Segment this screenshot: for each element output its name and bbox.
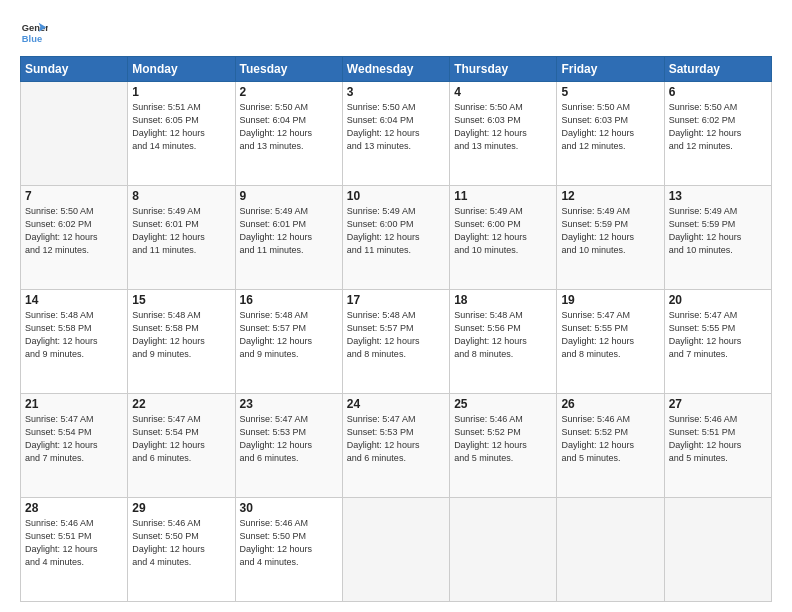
calendar-cell: 28Sunrise: 5:46 AM Sunset: 5:51 PM Dayli… <box>21 498 128 602</box>
cell-info: Sunrise: 5:47 AM Sunset: 5:55 PM Dayligh… <box>669 309 767 361</box>
calendar-cell: 18Sunrise: 5:48 AM Sunset: 5:56 PM Dayli… <box>450 290 557 394</box>
logo-icon: GeneralBlue <box>20 18 48 46</box>
day-number: 25 <box>454 397 552 411</box>
cell-info: Sunrise: 5:49 AM Sunset: 5:59 PM Dayligh… <box>561 205 659 257</box>
calendar-week-5: 28Sunrise: 5:46 AM Sunset: 5:51 PM Dayli… <box>21 498 772 602</box>
cell-info: Sunrise: 5:47 AM Sunset: 5:54 PM Dayligh… <box>132 413 230 465</box>
cell-info: Sunrise: 5:47 AM Sunset: 5:53 PM Dayligh… <box>347 413 445 465</box>
calendar-cell <box>21 82 128 186</box>
day-number: 19 <box>561 293 659 307</box>
cell-info: Sunrise: 5:49 AM Sunset: 6:00 PM Dayligh… <box>454 205 552 257</box>
day-number: 27 <box>669 397 767 411</box>
calendar-week-4: 21Sunrise: 5:47 AM Sunset: 5:54 PM Dayli… <box>21 394 772 498</box>
weekday-header-wednesday: Wednesday <box>342 57 449 82</box>
day-number: 17 <box>347 293 445 307</box>
cell-info: Sunrise: 5:49 AM Sunset: 5:59 PM Dayligh… <box>669 205 767 257</box>
day-number: 9 <box>240 189 338 203</box>
cell-info: Sunrise: 5:46 AM Sunset: 5:51 PM Dayligh… <box>669 413 767 465</box>
svg-text:Blue: Blue <box>22 34 42 44</box>
cell-info: Sunrise: 5:47 AM Sunset: 5:55 PM Dayligh… <box>561 309 659 361</box>
calendar-cell: 12Sunrise: 5:49 AM Sunset: 5:59 PM Dayli… <box>557 186 664 290</box>
day-number: 26 <box>561 397 659 411</box>
cell-info: Sunrise: 5:46 AM Sunset: 5:52 PM Dayligh… <box>561 413 659 465</box>
calendar-cell: 3Sunrise: 5:50 AM Sunset: 6:04 PM Daylig… <box>342 82 449 186</box>
day-number: 24 <box>347 397 445 411</box>
cell-info: Sunrise: 5:50 AM Sunset: 6:04 PM Dayligh… <box>240 101 338 153</box>
calendar-cell: 11Sunrise: 5:49 AM Sunset: 6:00 PM Dayli… <box>450 186 557 290</box>
cell-info: Sunrise: 5:50 AM Sunset: 6:02 PM Dayligh… <box>25 205 123 257</box>
cell-info: Sunrise: 5:49 AM Sunset: 6:01 PM Dayligh… <box>132 205 230 257</box>
calendar-cell: 5Sunrise: 5:50 AM Sunset: 6:03 PM Daylig… <box>557 82 664 186</box>
calendar-cell: 4Sunrise: 5:50 AM Sunset: 6:03 PM Daylig… <box>450 82 557 186</box>
calendar-cell: 27Sunrise: 5:46 AM Sunset: 5:51 PM Dayli… <box>664 394 771 498</box>
calendar-cell: 1Sunrise: 5:51 AM Sunset: 6:05 PM Daylig… <box>128 82 235 186</box>
calendar-cell: 21Sunrise: 5:47 AM Sunset: 5:54 PM Dayli… <box>21 394 128 498</box>
calendar-cell: 25Sunrise: 5:46 AM Sunset: 5:52 PM Dayli… <box>450 394 557 498</box>
calendar-cell: 26Sunrise: 5:46 AM Sunset: 5:52 PM Dayli… <box>557 394 664 498</box>
calendar-cell: 20Sunrise: 5:47 AM Sunset: 5:55 PM Dayli… <box>664 290 771 394</box>
calendar-cell: 7Sunrise: 5:50 AM Sunset: 6:02 PM Daylig… <box>21 186 128 290</box>
calendar-cell: 8Sunrise: 5:49 AM Sunset: 6:01 PM Daylig… <box>128 186 235 290</box>
cell-info: Sunrise: 5:48 AM Sunset: 5:58 PM Dayligh… <box>25 309 123 361</box>
cell-info: Sunrise: 5:51 AM Sunset: 6:05 PM Dayligh… <box>132 101 230 153</box>
day-number: 16 <box>240 293 338 307</box>
cell-info: Sunrise: 5:48 AM Sunset: 5:57 PM Dayligh… <box>240 309 338 361</box>
day-number: 12 <box>561 189 659 203</box>
day-number: 8 <box>132 189 230 203</box>
cell-info: Sunrise: 5:47 AM Sunset: 5:53 PM Dayligh… <box>240 413 338 465</box>
header: GeneralBlue <box>20 18 772 46</box>
day-number: 7 <box>25 189 123 203</box>
calendar-cell: 2Sunrise: 5:50 AM Sunset: 6:04 PM Daylig… <box>235 82 342 186</box>
cell-info: Sunrise: 5:48 AM Sunset: 5:56 PM Dayligh… <box>454 309 552 361</box>
weekday-header-tuesday: Tuesday <box>235 57 342 82</box>
day-number: 14 <box>25 293 123 307</box>
day-number: 5 <box>561 85 659 99</box>
calendar-cell <box>450 498 557 602</box>
calendar-cell: 17Sunrise: 5:48 AM Sunset: 5:57 PM Dayli… <box>342 290 449 394</box>
weekday-header-saturday: Saturday <box>664 57 771 82</box>
cell-info: Sunrise: 5:50 AM Sunset: 6:02 PM Dayligh… <box>669 101 767 153</box>
day-number: 13 <box>669 189 767 203</box>
calendar-cell: 6Sunrise: 5:50 AM Sunset: 6:02 PM Daylig… <box>664 82 771 186</box>
day-number: 18 <box>454 293 552 307</box>
cell-info: Sunrise: 5:46 AM Sunset: 5:50 PM Dayligh… <box>132 517 230 569</box>
day-number: 10 <box>347 189 445 203</box>
calendar-cell: 13Sunrise: 5:49 AM Sunset: 5:59 PM Dayli… <box>664 186 771 290</box>
cell-info: Sunrise: 5:46 AM Sunset: 5:50 PM Dayligh… <box>240 517 338 569</box>
day-number: 2 <box>240 85 338 99</box>
page: GeneralBlue SundayMondayTuesdayWednesday… <box>0 0 792 612</box>
cell-info: Sunrise: 5:49 AM Sunset: 6:00 PM Dayligh… <box>347 205 445 257</box>
day-number: 30 <box>240 501 338 515</box>
calendar-week-3: 14Sunrise: 5:48 AM Sunset: 5:58 PM Dayli… <box>21 290 772 394</box>
day-number: 29 <box>132 501 230 515</box>
day-number: 11 <box>454 189 552 203</box>
cell-info: Sunrise: 5:48 AM Sunset: 5:57 PM Dayligh… <box>347 309 445 361</box>
day-number: 28 <box>25 501 123 515</box>
cell-info: Sunrise: 5:48 AM Sunset: 5:58 PM Dayligh… <box>132 309 230 361</box>
day-number: 4 <box>454 85 552 99</box>
calendar-cell: 9Sunrise: 5:49 AM Sunset: 6:01 PM Daylig… <box>235 186 342 290</box>
weekday-header-sunday: Sunday <box>21 57 128 82</box>
day-number: 3 <box>347 85 445 99</box>
calendar-week-2: 7Sunrise: 5:50 AM Sunset: 6:02 PM Daylig… <box>21 186 772 290</box>
cell-info: Sunrise: 5:47 AM Sunset: 5:54 PM Dayligh… <box>25 413 123 465</box>
logo: GeneralBlue <box>20 18 48 46</box>
calendar-cell: 22Sunrise: 5:47 AM Sunset: 5:54 PM Dayli… <box>128 394 235 498</box>
cell-info: Sunrise: 5:46 AM Sunset: 5:51 PM Dayligh… <box>25 517 123 569</box>
calendar-week-1: 1Sunrise: 5:51 AM Sunset: 6:05 PM Daylig… <box>21 82 772 186</box>
calendar-cell: 19Sunrise: 5:47 AM Sunset: 5:55 PM Dayli… <box>557 290 664 394</box>
day-number: 15 <box>132 293 230 307</box>
weekday-header-monday: Monday <box>128 57 235 82</box>
calendar: SundayMondayTuesdayWednesdayThursdayFrid… <box>20 56 772 602</box>
day-number: 1 <box>132 85 230 99</box>
cell-info: Sunrise: 5:50 AM Sunset: 6:04 PM Dayligh… <box>347 101 445 153</box>
cell-info: Sunrise: 5:50 AM Sunset: 6:03 PM Dayligh… <box>454 101 552 153</box>
calendar-cell: 24Sunrise: 5:47 AM Sunset: 5:53 PM Dayli… <box>342 394 449 498</box>
calendar-cell: 15Sunrise: 5:48 AM Sunset: 5:58 PM Dayli… <box>128 290 235 394</box>
cell-info: Sunrise: 5:50 AM Sunset: 6:03 PM Dayligh… <box>561 101 659 153</box>
calendar-cell: 10Sunrise: 5:49 AM Sunset: 6:00 PM Dayli… <box>342 186 449 290</box>
weekday-header-thursday: Thursday <box>450 57 557 82</box>
calendar-cell <box>557 498 664 602</box>
calendar-cell <box>664 498 771 602</box>
calendar-cell: 16Sunrise: 5:48 AM Sunset: 5:57 PM Dayli… <box>235 290 342 394</box>
